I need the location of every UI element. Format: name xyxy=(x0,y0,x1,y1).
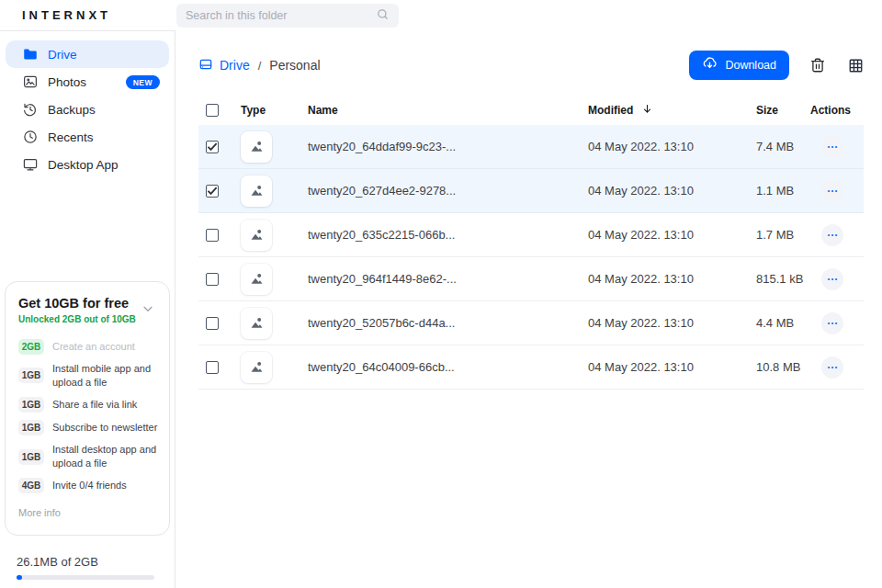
col-header-name[interactable]: Name xyxy=(308,104,588,117)
search-icon xyxy=(376,7,390,25)
col-header-modified[interactable]: Modified xyxy=(588,104,633,117)
file-name: twenty20_964f1449-8e62-... xyxy=(308,272,588,286)
file-modified: 04 May 2022. 13:10 xyxy=(588,228,756,242)
sidebar-item-backups[interactable]: Backups xyxy=(6,96,169,123)
search-bar[interactable] xyxy=(176,4,399,28)
row-actions-button[interactable]: ••• xyxy=(821,136,843,158)
file-name: twenty20_64ddaf99-9c23-... xyxy=(308,140,588,153)
file-name: twenty20_635c2215-066b... xyxy=(308,228,588,242)
usage-progressbar xyxy=(17,575,154,580)
file-name: twenty20_627d4ee2-9278... xyxy=(308,184,588,198)
new-badge: NEW xyxy=(126,75,160,89)
grid-view-button[interactable] xyxy=(848,58,864,74)
file-type-icon xyxy=(241,175,272,207)
sidebar-item-desktop-app[interactable]: Desktop App xyxy=(6,151,169,178)
referral-step: 2GB Create an account xyxy=(18,339,162,355)
search-input[interactable] xyxy=(186,9,376,22)
download-label: Download xyxy=(725,59,776,72)
step-badge: 1GB xyxy=(18,397,44,413)
row-checkbox[interactable] xyxy=(206,273,219,286)
main-panel: Drive / Personal Download Type Name xyxy=(175,30,882,588)
chevron-down-icon[interactable] xyxy=(141,301,155,320)
file-modified: 04 May 2022. 13:10 xyxy=(588,272,756,286)
row-actions-button[interactable]: ••• xyxy=(821,180,843,202)
sidebar-item-drive[interactable]: Drive xyxy=(6,40,169,68)
breadcrumb-current: Personal xyxy=(269,58,320,73)
step-badge: 1GB xyxy=(18,368,44,383)
referral-step: 1GB Share a file via link xyxy=(18,397,162,413)
file-row[interactable]: twenty20_52057b6c-d44a... 04 May 2022. 1… xyxy=(198,301,864,345)
download-button[interactable]: Download xyxy=(689,51,789,80)
file-name: twenty20_52057b6c-d44a... xyxy=(308,316,588,330)
row-actions-button[interactable]: ••• xyxy=(821,268,843,290)
sort-desc-icon[interactable] xyxy=(641,103,653,118)
col-header-type[interactable]: Type xyxy=(241,104,308,117)
breadcrumb-drive[interactable]: Drive xyxy=(198,57,250,74)
col-header-actions[interactable]: Actions xyxy=(810,104,864,117)
file-type-icon xyxy=(241,264,272,295)
col-header-size[interactable]: Size xyxy=(756,104,810,117)
file-modified: 04 May 2022. 13:10 xyxy=(588,316,756,330)
file-size: 10.8 MB xyxy=(756,360,810,374)
referral-step: 1GB Subscribe to newsletter xyxy=(18,420,162,435)
folder-icon xyxy=(22,46,39,62)
row-checkbox[interactable] xyxy=(206,229,219,242)
file-row[interactable]: twenty20_64c04009-66cb... 04 May 2022. 1… xyxy=(198,345,864,390)
step-label: Share a file via link xyxy=(52,398,137,412)
row-actions-button[interactable]: ••• xyxy=(821,224,843,246)
referral-subtitle: Unlocked 2GB out of 10GB xyxy=(18,314,136,324)
referral-title: Get 10GB for free xyxy=(18,296,136,311)
step-badge: 4GB xyxy=(18,478,44,493)
sidebar-item-recents[interactable]: Recents xyxy=(6,123,169,151)
trash-button[interactable] xyxy=(809,57,826,74)
sidebar-item-label: Drive xyxy=(48,48,77,62)
file-name: twenty20_64c04009-66cb... xyxy=(308,360,588,374)
clock-icon xyxy=(22,129,39,145)
more-info-link[interactable]: More info xyxy=(18,507,162,518)
step-label: Invite 0/4 friends xyxy=(52,479,127,492)
file-modified: 04 May 2022. 13:10 xyxy=(588,140,756,153)
file-type-icon xyxy=(241,352,272,383)
referral-step: 4GB Invite 0/4 friends xyxy=(18,478,162,493)
row-checkbox[interactable] xyxy=(206,185,219,198)
step-label: Install mobile app and upload a file xyxy=(52,362,162,390)
file-size: 1.7 MB xyxy=(756,228,810,242)
step-label: Install desktop app and upload a file xyxy=(52,443,162,470)
file-modified: 04 May 2022. 13:10 xyxy=(588,184,756,198)
file-row[interactable]: twenty20_964f1449-8e62-... 04 May 2022. … xyxy=(198,257,864,301)
topbar: INTERNXT xyxy=(0,0,882,30)
file-row[interactable]: twenty20_64ddaf99-9c23-... 04 May 2022. … xyxy=(198,125,864,169)
table-header: Type Name Modified Size Actions xyxy=(198,95,864,125)
row-checkbox[interactable] xyxy=(206,317,219,330)
breadcrumb-root-label: Drive xyxy=(220,58,250,73)
file-size: 815.1 kB xyxy=(756,272,810,286)
step-badge: 1GB xyxy=(18,449,44,465)
usage-progress-fill xyxy=(17,575,22,580)
breadcrumb: Drive / Personal xyxy=(198,57,321,74)
referral-step: 1GB Install mobile app and upload a file xyxy=(18,362,162,390)
usage-text: 26.1MB of 2GB xyxy=(17,555,154,569)
select-all-checkbox[interactable] xyxy=(206,104,219,117)
photos-icon xyxy=(22,74,39,90)
file-row[interactable]: twenty20_627d4ee2-9278... 04 May 2022. 1… xyxy=(198,169,864,213)
sidebar-item-label: Photos xyxy=(48,75,86,89)
row-checkbox[interactable] xyxy=(206,141,219,153)
step-label: Create an account xyxy=(52,340,135,354)
internxt-logo: INTERNXT xyxy=(22,0,111,30)
referral-step: 1GB Install desktop app and upload a fil… xyxy=(18,443,162,470)
sidebar-item-label: Desktop App xyxy=(48,158,119,172)
step-badge: 1GB xyxy=(18,420,44,435)
desktop-icon xyxy=(22,156,39,173)
file-size: 4.4 MB xyxy=(756,316,810,330)
row-actions-button[interactable]: ••• xyxy=(821,312,843,334)
referral-card: Get 10GB for free Unlocked 2GB out of 10… xyxy=(5,281,170,536)
file-type-icon xyxy=(241,308,272,339)
backups-icon xyxy=(22,101,39,118)
sidebar-item-label: Backups xyxy=(48,103,96,117)
sidebar-item-photos[interactable]: Photos NEW xyxy=(6,68,169,96)
file-row[interactable]: twenty20_635c2215-066b... 04 May 2022. 1… xyxy=(198,213,864,257)
breadcrumb-separator: / xyxy=(258,59,262,73)
file-table: Type Name Modified Size Actions twenty20… xyxy=(198,95,864,390)
row-actions-button[interactable]: ••• xyxy=(821,356,843,379)
row-checkbox[interactable] xyxy=(206,361,219,374)
